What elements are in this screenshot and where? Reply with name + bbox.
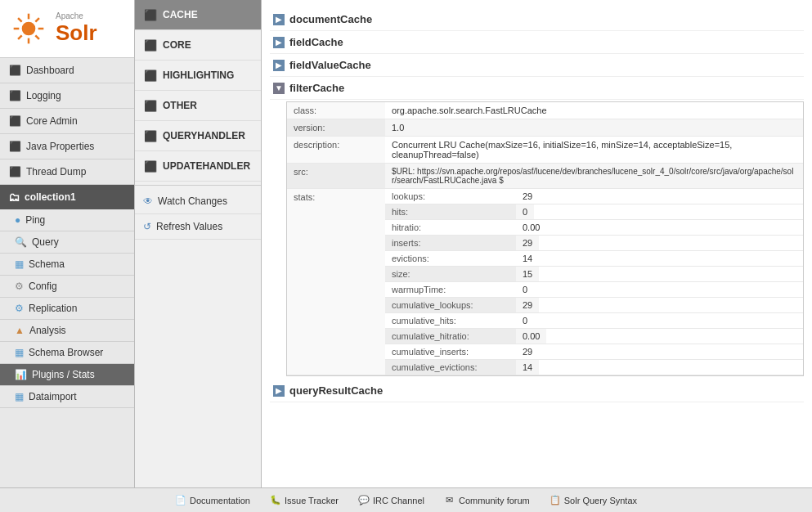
sidebar-label-schema: Schema [29, 258, 65, 270]
other-icon: ⬛ [143, 98, 158, 113]
detail-val-class: org.apache.solr.search.FastLRUCache [385, 102, 803, 119]
nav-item-java-properties[interactable]: ⬛ Java Properties [0, 134, 134, 159]
watch-changes-action[interactable]: 👁 Watch Changes [135, 189, 261, 214]
nav-item-logging[interactable]: ⬛ Logging [0, 83, 134, 109]
stat-value: 0 [516, 282, 534, 297]
sidebar-item-schema-browser[interactable]: ▦ Schema Browser [0, 342, 134, 364]
nav-label-core-admin: Core Admin [26, 115, 78, 127]
middle-item-highlighting[interactable]: ⬛ HIGHLIGHTING [135, 61, 261, 91]
cache-item-fieldcache[interactable]: ▶ fieldCache [270, 31, 804, 54]
middle-label-core: CORE [163, 39, 191, 51]
sidebar-label-ping: Ping [25, 214, 45, 226]
detail-row-version: version: 1.0 [287, 119, 803, 137]
sidebar-label-dataimport: Dataimport [29, 391, 77, 402]
sidebar-item-dataimport[interactable]: ▦ Dataimport [0, 386, 134, 408]
stat-value: 14 [516, 360, 539, 375]
sidebar-item-analysis[interactable]: ▲ Analysis [0, 320, 134, 342]
detail-val-src: $URL: https://svn.apache.org/repos/asf/l… [385, 164, 803, 188]
documentation-icon: 📄 [175, 495, 186, 506]
schema-icon: ▦ [15, 258, 24, 270]
middle-item-queryhandler[interactable]: ⬛ QUERYHANDLER [135, 121, 261, 151]
queryresultcache-label: queryResultCache [289, 384, 383, 397]
middle-divider [135, 185, 261, 186]
stat-name: evictions: [385, 251, 516, 266]
nav-item-dashboard[interactable]: ⬛ Dashboard [0, 58, 134, 83]
middle-item-updatehandler[interactable]: ⬛ UPDATEHANDLER [135, 151, 261, 182]
community-icon: ✉ [444, 495, 455, 506]
middle-item-core[interactable]: ⬛ CORE [135, 30, 261, 61]
nav-label-logging: Logging [26, 90, 61, 101]
middle-label-other: OTHER [163, 100, 197, 111]
documentcache-label: documentCache [289, 13, 372, 25]
stat-value: 29 [516, 298, 539, 312]
stat-name: cumulative_hits: [385, 313, 516, 328]
stat-name: warmupTime: [385, 282, 516, 297]
refresh-icon: ↺ [143, 221, 151, 232]
solr-query-syntax-link[interactable]: 📋 Solr Query Syntax [550, 495, 637, 506]
issue-tracker-link[interactable]: 🐛 Issue Tracker [270, 495, 339, 506]
sidebar-item-ping[interactable]: ● Ping [0, 209, 134, 231]
replication-icon: ⚙ [15, 303, 24, 314]
detail-val-description: Concurrent LRU Cache(maxSize=16, initial… [385, 137, 803, 163]
sidebar-item-schema[interactable]: ▦ Schema [0, 254, 134, 276]
nav-item-thread-dump[interactable]: ⬛ Thread Dump [0, 159, 134, 185]
query-icon: 🔍 [15, 236, 27, 248]
sidebar-item-query[interactable]: 🔍 Query [0, 231, 134, 254]
expand-icon-filtercache: ▼ [273, 83, 285, 94]
collection-header: 🗂 collection1 [0, 185, 134, 209]
schema-browser-icon: ▦ [15, 347, 24, 358]
refresh-values-label: Refresh Values [156, 221, 222, 232]
stat-row: cumulative_hits:0 [385, 313, 803, 329]
svg-line-3 [35, 35, 39, 39]
stats-table: lookups:29hits:0hitratio:0.00inserts:29e… [385, 189, 803, 375]
stat-name: lookups: [385, 189, 516, 204]
cache-item-documentcache[interactable]: ▶ documentCache [270, 8, 804, 31]
stat-value: 0 [516, 204, 534, 219]
collection-label: collection1 [25, 191, 76, 203]
footer: 📄 Documentation 🐛 Issue Tracker 💬 IRC Ch… [0, 487, 812, 512]
stat-value: 29 [516, 344, 539, 359]
cache-item-fieldvaluecache[interactable]: ▶ fieldValueCache [270, 54, 804, 77]
cache-item-filtercache[interactable]: ▼ filterCache [270, 77, 804, 100]
middle-label-updatehandler: UPDATEHANDLER [163, 160, 250, 172]
refresh-values-action[interactable]: ↺ Refresh Values [135, 214, 261, 240]
stat-value: 0 [516, 313, 534, 328]
stat-row: lookups:29 [385, 189, 803, 204]
svg-line-7 [18, 18, 22, 22]
irc-channel-link[interactable]: 💬 IRC Channel [358, 495, 424, 506]
svg-point-8 [22, 22, 36, 36]
sidebar-item-config[interactable]: ⚙ Config [0, 276, 134, 298]
query-syntax-icon: 📋 [550, 495, 561, 506]
svg-line-5 [18, 35, 22, 39]
stat-row: cumulative_evictions:14 [385, 360, 803, 375]
stat-value: 14 [516, 251, 539, 266]
stat-row: cumulative_lookups:29 [385, 298, 803, 313]
irc-icon: 💬 [358, 495, 370, 506]
middle-label-highlighting: HIGHLIGHTING [163, 70, 234, 81]
middle-item-cache[interactable]: ⬛ CACHE [135, 0, 261, 30]
stat-name: inserts: [385, 236, 516, 250]
community-forum-link[interactable]: ✉ Community forum [444, 495, 530, 506]
stat-name: hitratio: [385, 220, 516, 235]
expand-icon-fieldvaluecache: ▶ [273, 60, 285, 71]
sidebar-item-plugins-stats[interactable]: 📊 Plugins / Stats [0, 364, 134, 386]
irc-channel-label: IRC Channel [373, 496, 424, 505]
watch-icon: 👁 [143, 195, 153, 207]
documentation-link[interactable]: 📄 Documentation [175, 495, 250, 506]
java-icon: ⬛ [8, 140, 21, 153]
sidebar-label-query: Query [32, 236, 59, 248]
sidebar-label-replication: Replication [29, 303, 77, 314]
sidebar-item-replication[interactable]: ⚙ Replication [0, 298, 134, 320]
filtercache-details: class: org.apache.solr.search.FastLRUCac… [286, 101, 804, 376]
detail-key-version: version: [287, 119, 385, 136]
middle-item-other[interactable]: ⬛ OTHER [135, 91, 261, 121]
svg-line-1 [35, 18, 39, 22]
detail-row-class: class: org.apache.solr.search.FastLRUCac… [287, 102, 803, 119]
logging-icon: ⬛ [8, 89, 21, 102]
cache-icon: ⬛ [143, 7, 158, 22]
cache-item-queryresultcache[interactable]: ▶ queryResultCache [270, 380, 804, 402]
stat-row: hitratio:0.00 [385, 220, 803, 236]
logo-text: Apache Solr [56, 11, 97, 46]
detail-key-src: src: [287, 164, 385, 188]
nav-item-core-admin[interactable]: ⬛ Core Admin [0, 109, 134, 134]
